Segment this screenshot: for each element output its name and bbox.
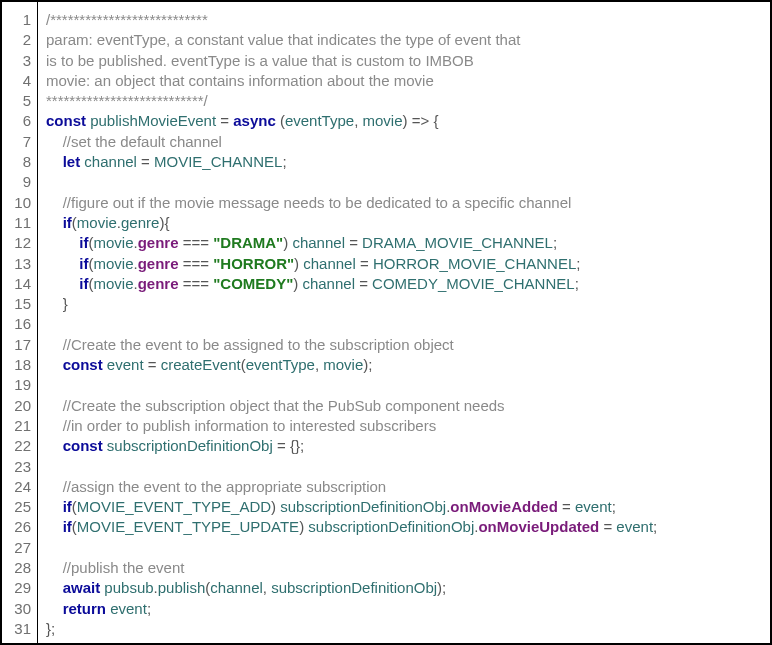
line-number: 25 [2, 497, 37, 517]
token-ident: event [616, 518, 653, 535]
code-line: if(movie.genre){ [46, 213, 764, 233]
token-ident: genre [121, 214, 159, 231]
token-comment: ***************************/ [46, 92, 208, 109]
code-line: const subscriptionDefinitionObj = {}; [46, 436, 764, 456]
line-number: 31 [2, 619, 37, 639]
token-keyword: if [79, 234, 88, 251]
line-number: 20 [2, 396, 37, 416]
code-line [46, 457, 764, 477]
code-line: }; [46, 619, 764, 639]
token-ident: createEvent [161, 356, 241, 373]
code-line: if(movie.genre === "COMEDY") channel = C… [46, 274, 764, 294]
token-ident: subscriptionDefinitionObj [280, 498, 446, 515]
token-default [46, 559, 63, 576]
token-punct: === [183, 234, 209, 251]
token-punct: { [164, 214, 169, 231]
token-default [46, 336, 63, 353]
line-number-gutter: 1234567891011121314151617181920212223242… [2, 2, 38, 643]
line-number: 3 [2, 51, 37, 71]
token-default [46, 153, 63, 170]
token-default [46, 417, 63, 434]
token-ident: movie [77, 214, 117, 231]
line-number: 29 [2, 578, 37, 598]
token-comment: //publish the event [63, 559, 185, 576]
token-ident: channel [210, 579, 263, 596]
code-line: if(movie.genre === "HORROR") channel = H… [46, 254, 764, 274]
code-line: //Create the event to be assigned to the… [46, 335, 764, 355]
code-line: } [46, 294, 764, 314]
token-keyword: if [79, 275, 88, 292]
token-keyword: if [79, 255, 88, 272]
token-default [46, 356, 63, 373]
token-punct: === [183, 255, 209, 272]
line-number: 11 [2, 213, 37, 233]
line-number: 15 [2, 294, 37, 314]
token-punct: = [141, 153, 150, 170]
code-line [46, 314, 764, 334]
token-keyword: await [63, 579, 101, 596]
token-ident: MOVIE_CHANNEL [154, 153, 282, 170]
code-line: let channel = MOVIE_CHANNEL; [46, 152, 764, 172]
line-number: 21 [2, 416, 37, 436]
token-ident: channel [292, 234, 345, 251]
token-string: "COMEDY" [213, 275, 293, 292]
token-ident: event [107, 356, 144, 373]
line-number: 8 [2, 152, 37, 172]
token-punct: = [562, 498, 571, 515]
line-number: 7 [2, 132, 37, 152]
token-comment: //set the default channel [63, 133, 222, 150]
line-number: 5 [2, 91, 37, 111]
token-default [46, 600, 63, 617]
token-default [46, 498, 63, 515]
token-punct: { [433, 112, 438, 129]
token-punct: } [63, 295, 68, 312]
token-punct: = [359, 275, 368, 292]
code-line: //Create the subscription object that th… [46, 396, 764, 416]
code-line: if(MOVIE_EVENT_TYPE_ADD) subscriptionDef… [46, 497, 764, 517]
token-prop: onMovieUpdated [478, 518, 599, 535]
token-comment: //Create the subscription object that th… [63, 397, 505, 414]
token-default [46, 518, 63, 535]
token-ident: COMEDY_MOVIE_CHANNEL [372, 275, 575, 292]
code-line: param: eventType, a constant value that … [46, 30, 764, 50]
token-default [46, 295, 63, 312]
code-line: //in order to publish information to int… [46, 416, 764, 436]
line-number: 12 [2, 233, 37, 253]
token-default [46, 255, 79, 272]
code-line: //set the default channel [46, 132, 764, 152]
token-punct: === [183, 275, 209, 292]
token-default [46, 275, 79, 292]
code-line [46, 172, 764, 192]
line-number: 6 [2, 111, 37, 131]
token-ident: channel [302, 275, 355, 292]
line-number: 26 [2, 517, 37, 537]
token-ident: MOVIE_EVENT_TYPE_ADD [77, 498, 271, 515]
token-default [46, 214, 63, 231]
token-string: "DRAMA" [213, 234, 283, 251]
token-ident: subscriptionDefinitionObj [107, 437, 273, 454]
line-number: 18 [2, 355, 37, 375]
token-ident: publishMovieEvent [90, 112, 216, 129]
code-line: ***************************/ [46, 91, 764, 111]
code-line: return event; [46, 599, 764, 619]
token-punct: => [412, 112, 430, 129]
line-number: 16 [2, 314, 37, 334]
code-line: //figure out if the movie message needs … [46, 193, 764, 213]
token-keyword: let [63, 153, 81, 170]
code-listing-frame: 1234567891011121314151617181920212223242… [0, 0, 772, 645]
line-number: 27 [2, 538, 37, 558]
token-punct: ; [442, 579, 446, 596]
token-punct: ; [300, 437, 304, 454]
token-comment: movie: an object that contains informati… [46, 72, 434, 89]
token-punct: ; [553, 234, 557, 251]
code-line: is to be published. eventType is a value… [46, 51, 764, 71]
code-line: //publish the event [46, 558, 764, 578]
token-prop: genre [138, 255, 179, 272]
token-ident: HORROR_MOVIE_CHANNEL [373, 255, 576, 272]
line-number: 28 [2, 558, 37, 578]
token-ident: eventType [285, 112, 354, 129]
token-ident: movie [323, 356, 363, 373]
token-default [46, 437, 63, 454]
token-comment: //in order to publish information to int… [63, 417, 437, 434]
token-ident: movie [94, 255, 134, 272]
